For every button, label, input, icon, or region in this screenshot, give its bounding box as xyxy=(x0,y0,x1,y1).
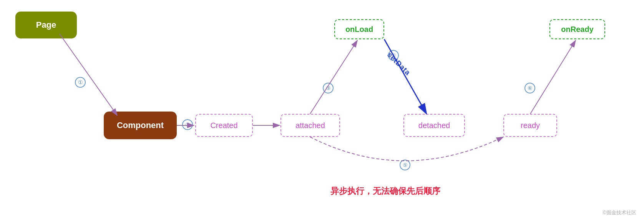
step-5: ⑤ xyxy=(400,160,410,170)
attached-box: attached xyxy=(281,114,340,137)
step-1: ① xyxy=(75,77,86,88)
component-box: Component xyxy=(104,112,177,139)
created-box: Created xyxy=(195,114,253,137)
arrows-svg xyxy=(0,0,644,220)
svg-line-8 xyxy=(530,40,576,114)
ready-box: ready xyxy=(503,114,557,137)
attached-label: attached xyxy=(295,121,325,130)
step-2: ② xyxy=(182,119,193,130)
diagram-container: Page Component Created attached detached… xyxy=(0,0,644,220)
onload-box: onLoad xyxy=(334,19,384,39)
svg-line-3 xyxy=(60,34,117,115)
component-label: Component xyxy=(117,120,164,130)
step-3: ③ xyxy=(323,83,334,93)
step-6: ⑥ xyxy=(524,83,535,93)
page-box: Page xyxy=(15,12,77,38)
ready-label: ready xyxy=(521,121,540,130)
page-label: Page xyxy=(36,20,56,30)
watermark: ©掘金技术社区 xyxy=(603,209,636,216)
onready-label: onReady xyxy=(561,25,593,34)
svg-line-6 xyxy=(310,40,357,114)
footer-text: 异步执行，无法确保先后顺序 xyxy=(330,185,440,197)
created-label: Created xyxy=(210,121,237,130)
onload-label: onLoad xyxy=(345,25,373,34)
detached-label: detached xyxy=(418,121,450,130)
detached-box: detached xyxy=(403,114,465,137)
onready-box: onReady xyxy=(549,19,605,39)
